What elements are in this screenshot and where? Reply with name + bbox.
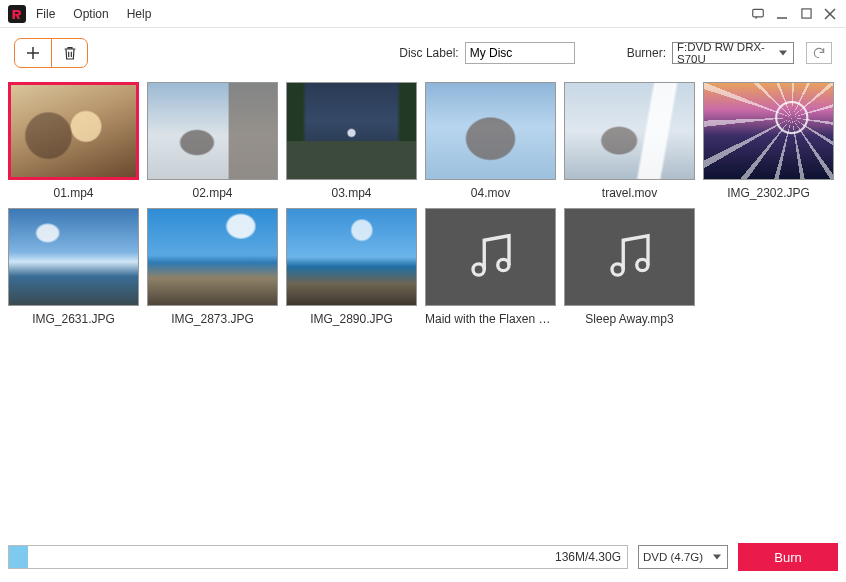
- media-item-label: travel.mov: [602, 186, 657, 200]
- media-item-label: 01.mp4: [53, 186, 93, 200]
- audio-thumbnail[interactable]: [564, 208, 695, 306]
- media-item[interactable]: 03.mp4: [286, 82, 417, 200]
- media-item[interactable]: 01.mp4: [8, 82, 139, 200]
- media-item[interactable]: 04.mov: [425, 82, 556, 200]
- media-item-label: Maid with the Flaxen Hair....: [425, 312, 556, 326]
- titlebar: File Option Help: [0, 0, 846, 28]
- menu-file[interactable]: File: [36, 7, 55, 21]
- menu-option[interactable]: Option: [73, 7, 108, 21]
- media-item-label: 02.mp4: [192, 186, 232, 200]
- minimize-button[interactable]: [774, 6, 790, 22]
- svg-point-9: [612, 263, 623, 274]
- svg-rect-0: [753, 9, 764, 17]
- media-item-label: 03.mp4: [331, 186, 371, 200]
- media-item[interactable]: IMG_2873.JPG: [147, 208, 278, 326]
- menu-help[interactable]: Help: [127, 7, 152, 21]
- media-item[interactable]: IMG_2302.JPG: [703, 82, 834, 200]
- refresh-button[interactable]: [806, 42, 832, 64]
- image-thumbnail[interactable]: [286, 208, 417, 306]
- burner-value: F:DVD RW DRX-S70U: [677, 41, 775, 65]
- svg-point-7: [473, 263, 484, 274]
- media-item[interactable]: Sleep Away.mp3: [564, 208, 695, 326]
- disc-format-select[interactable]: DVD (4.7G): [638, 545, 728, 569]
- video-thumbnail[interactable]: [425, 82, 556, 180]
- maximize-button[interactable]: [798, 6, 814, 22]
- disc-format-value: DVD (4.7G): [643, 551, 703, 563]
- media-item-label: Sleep Away.mp3: [585, 312, 673, 326]
- video-thumbnail[interactable]: [286, 82, 417, 180]
- media-item-label: 04.mov: [471, 186, 510, 200]
- image-thumbnail[interactable]: [147, 208, 278, 306]
- capacity-bar: 136M/4.30G: [8, 545, 628, 569]
- media-item[interactable]: IMG_2890.JPG: [286, 208, 417, 326]
- media-item[interactable]: 02.mp4: [147, 82, 278, 200]
- image-thumbnail[interactable]: [703, 82, 834, 180]
- delete-button[interactable]: [51, 39, 87, 67]
- media-item[interactable]: IMG_2631.JPG: [8, 208, 139, 326]
- bottom-bar: 136M/4.30G DVD (4.7G) Burn: [8, 542, 838, 572]
- feedback-icon[interactable]: [750, 6, 766, 22]
- audio-thumbnail[interactable]: [425, 208, 556, 306]
- add-button[interactable]: [15, 39, 51, 67]
- media-item[interactable]: travel.mov: [564, 82, 695, 200]
- media-item-label: IMG_2873.JPG: [171, 312, 254, 326]
- close-button[interactable]: [822, 6, 838, 22]
- app-icon: [8, 5, 26, 23]
- image-thumbnail[interactable]: [8, 208, 139, 306]
- file-tool-group: [14, 38, 88, 68]
- video-thumbnail[interactable]: [8, 82, 139, 180]
- burner-caption: Burner:: [627, 46, 666, 60]
- media-grid: 01.mp402.mp403.mp404.movtravel.movIMG_23…: [0, 78, 846, 538]
- svg-point-8: [497, 259, 508, 270]
- video-thumbnail[interactable]: [564, 82, 695, 180]
- capacity-fill: [9, 546, 28, 568]
- toolbar: Disc Label: Burner: F:DVD RW DRX-S70U: [0, 28, 846, 78]
- disc-label-input[interactable]: [465, 42, 575, 64]
- svg-rect-2: [801, 9, 810, 18]
- main-menu: File Option Help: [36, 7, 151, 21]
- media-item-label: IMG_2631.JPG: [32, 312, 115, 326]
- music-note-icon: [464, 229, 518, 286]
- disc-label-caption: Disc Label:: [399, 46, 458, 60]
- burner-select[interactable]: F:DVD RW DRX-S70U: [672, 42, 794, 64]
- svg-point-10: [636, 259, 647, 270]
- capacity-text: 136M/4.30G: [555, 550, 621, 564]
- media-item[interactable]: Maid with the Flaxen Hair....: [425, 208, 556, 326]
- media-item-label: IMG_2890.JPG: [310, 312, 393, 326]
- video-thumbnail[interactable]: [147, 82, 278, 180]
- music-note-icon: [603, 229, 657, 286]
- burn-button[interactable]: Burn: [738, 543, 838, 571]
- media-item-label: IMG_2302.JPG: [727, 186, 810, 200]
